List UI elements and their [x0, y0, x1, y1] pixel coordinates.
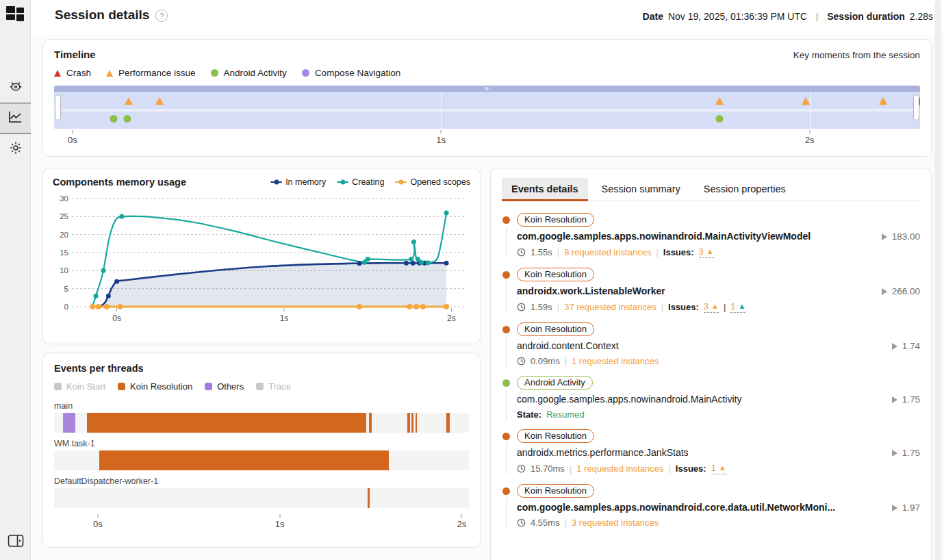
- timeline-legend-item[interactable]: Android Activity: [211, 68, 287, 78]
- separator: |: [661, 302, 663, 312]
- series-marker-icon: [395, 181, 407, 183]
- timeline-title: Timeline: [54, 49, 96, 60]
- requested-instances-link[interactable]: 1 requested instances: [576, 463, 663, 474]
- data-point: [444, 304, 449, 309]
- app-logo[interactable]: [6, 6, 24, 21]
- timeline-right-handle[interactable]: [913, 94, 919, 120]
- event-type-dot: [502, 379, 510, 387]
- event-segment: [87, 413, 366, 433]
- memory-legend-item[interactable]: Creating: [337, 177, 384, 187]
- data-point: [444, 261, 449, 266]
- legend-label: Koin Resolution: [130, 381, 192, 392]
- tab-events-details[interactable]: Events details: [502, 178, 588, 201]
- issue-count-link[interactable]: 3▲: [699, 246, 714, 258]
- state-value: Resumed: [546, 409, 585, 420]
- threads-axis: 0s1s2s: [54, 514, 469, 531]
- memory-legend-item[interactable]: Opened scopes: [395, 177, 470, 187]
- event-segment: [411, 413, 413, 433]
- event-title-row: androidx.work.ListenableWorker266.00: [517, 285, 920, 296]
- event-content: Koin Resolutionandroidx.work.ListenableW…: [517, 268, 920, 313]
- timeline-left-handle[interactable]: [55, 94, 61, 120]
- event-title[interactable]: com.google.samples.apps.nowinandroid.Mai…: [517, 231, 873, 242]
- event-meta: 4.55ms|3 requested instances: [517, 518, 920, 528]
- timeline-legend-item[interactable]: Performance issue: [106, 68, 196, 78]
- threads-legend-item[interactable]: Koin Start: [54, 381, 105, 392]
- page-title: Session details: [55, 8, 149, 23]
- timeline-legend-item[interactable]: Compose Navigation: [302, 68, 400, 78]
- warning-triangle-icon: ▲: [706, 248, 714, 255]
- threads-legend-item[interactable]: Trace: [256, 381, 291, 392]
- timeline-marker-android-activity: [123, 115, 131, 123]
- requested-instances-link[interactable]: 37 requested instances: [564, 302, 656, 312]
- memory-chart-title: Components memory usage: [53, 177, 186, 188]
- memory-chart-card: Components memory usage In memoryCreatin…: [42, 168, 481, 344]
- sidebar-collapse-button[interactable]: [8, 534, 24, 550]
- tab-session-properties[interactable]: Session properties: [694, 178, 795, 201]
- event-content: Koin Resolutionandroidx.metrics.performa…: [517, 429, 920, 474]
- event-meta: 1.59s|37 requested instances|Issues:3▲|1…: [517, 301, 920, 313]
- event-duration-value: 183.00: [882, 231, 920, 242]
- event-type-dot: [502, 487, 510, 495]
- tab-session-summary[interactable]: Session summary: [592, 178, 690, 201]
- event-time: 1.59s: [531, 302, 552, 312]
- issue-count-link[interactable]: 1▲: [711, 463, 726, 474]
- requested-instances-link[interactable]: 8 requested instances: [564, 247, 651, 257]
- axis-tick: [441, 130, 442, 133]
- rail-connector: [506, 337, 507, 366]
- clock-icon: [517, 518, 526, 527]
- sidebar-item-debug[interactable]: [0, 72, 31, 103]
- axis-tick-label: 0s: [93, 519, 103, 529]
- separator: |: [557, 247, 559, 257]
- timeline-card: Timeline Key moments from the session Cr…: [42, 39, 932, 157]
- sidebar-item-settings[interactable]: [0, 133, 31, 164]
- requested-instances-link[interactable]: 1 requested instances: [572, 356, 659, 366]
- issue-count: 3: [699, 246, 704, 257]
- data-point: [90, 304, 95, 309]
- axis-tick-label: 2s: [457, 519, 466, 529]
- data-point: [357, 304, 362, 309]
- thread-track: [54, 413, 469, 433]
- timeline-marker-android-activity: [110, 115, 118, 123]
- data-point: [444, 211, 449, 216]
- legend-label: Crash: [66, 68, 91, 78]
- clock-icon: [517, 357, 526, 366]
- clock-icon: [517, 248, 526, 257]
- event-list-item[interactable]: Koin Resolutionandroidx.work.ListenableW…: [502, 264, 920, 319]
- event-list-item[interactable]: Koin Resolutionandroid.content.Context1.…: [502, 319, 920, 372]
- timeline-marker-android-activity: [715, 115, 723, 123]
- page-scrollbar[interactable]: [934, 0, 941, 560]
- warning-triangle-icon: ▲: [739, 303, 746, 310]
- issue-count: 1: [730, 301, 735, 311]
- issue-count-link[interactable]: 1▲: [730, 301, 745, 313]
- issue-count-link[interactable]: 3▲: [704, 301, 719, 313]
- event-list-item[interactable]: Koin Resolutioncom.google.samples.apps.n…: [502, 481, 920, 534]
- timeline-marker-performance-issue: [125, 97, 133, 105]
- y-tick-label: 15: [60, 249, 68, 257]
- event-time: 15.70ms: [531, 463, 565, 474]
- timeline-legend-item[interactable]: Crash: [54, 68, 91, 78]
- event-title-row: android.content.Context1.74: [517, 340, 920, 351]
- timeline-overview-strip[interactable]: [54, 86, 920, 92]
- timeline-band[interactable]: [54, 92, 920, 129]
- threads-legend-item[interactable]: Koin Resolution: [118, 381, 192, 392]
- event-title[interactable]: androidx.work.ListenableWorker: [517, 285, 873, 296]
- event-list-item[interactable]: Koin Resolutioncom.google.samples.apps.n…: [502, 209, 920, 264]
- threads-chart-legend: Koin StartKoin ResolutionOthersTrace: [54, 381, 469, 392]
- data-point: [409, 257, 413, 262]
- event-list-item[interactable]: Koin Resolutionandroidx.metrics.performa…: [502, 426, 920, 481]
- separator: |: [668, 463, 670, 474]
- event-list-item[interactable]: Android Activitycom.google.samples.apps.…: [502, 372, 920, 426]
- help-icon[interactable]: ?: [155, 10, 168, 22]
- data-point: [366, 257, 370, 262]
- page-header: Session details ? Date Nov 19, 2025, 01:…: [31, 0, 944, 34]
- requested-instances-link[interactable]: 3 requested instances: [572, 518, 659, 528]
- events-list: Koin Resolutioncom.google.samples.apps.n…: [502, 209, 920, 534]
- data-point: [101, 268, 106, 273]
- sidebar-item-analytics[interactable]: [0, 103, 31, 133]
- memory-legend-item[interactable]: In memory: [270, 177, 326, 187]
- series-swatch-icon: [54, 383, 62, 390]
- threads-legend-item[interactable]: Others: [205, 381, 244, 392]
- event-segment: [368, 488, 370, 508]
- event-title[interactable]: com.google.samples.apps.nowinandroid.cor…: [517, 502, 884, 513]
- events-panel: Events detailsSession summarySession pro…: [490, 168, 932, 560]
